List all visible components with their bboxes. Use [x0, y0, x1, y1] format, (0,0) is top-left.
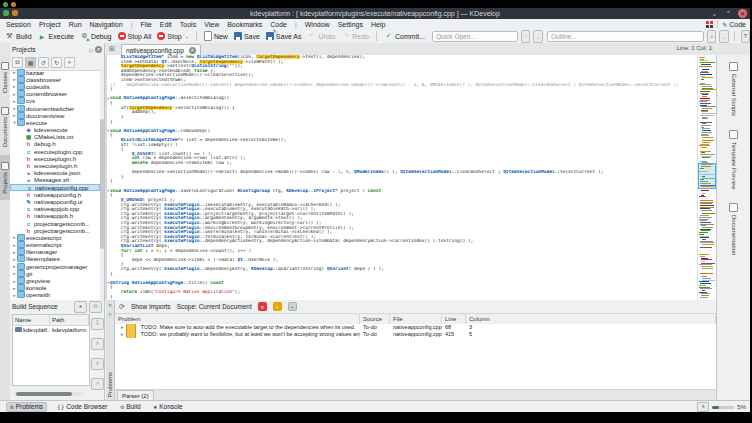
outline-input[interactable]: [547, 31, 704, 42]
build-sequence-settings-button[interactable]: ⚙: [89, 301, 102, 313]
prev-item-button[interactable]: ‹: [521, 30, 530, 43]
show-targets-icon[interactable]: ▦: [25, 57, 36, 68]
menu-settings[interactable]: Settings: [338, 21, 363, 28]
tree-item[interactable]: hexecuteplugin.h: [10, 155, 100, 162]
fold-arrow-icon[interactable]: ▾: [107, 189, 109, 193]
warning-filter-button[interactable]: ▪: [273, 302, 282, 311]
error-filter-button[interactable]: ✕: [258, 302, 267, 311]
close-tab-icon[interactable]: ✕: [189, 47, 196, 54]
menu-tools[interactable]: Tools: [180, 21, 196, 28]
menu-bookmarks[interactable]: Bookmarks: [227, 21, 262, 28]
tree-item[interactable]: hnativeappconfig.h: [10, 191, 100, 198]
move-up-button[interactable]: ∧: [91, 338, 104, 350]
statusbar-button-build[interactable]: ⚙Build: [118, 402, 144, 412]
right-dock-tab-template-preview[interactable]: Template Preview: [717, 123, 750, 196]
debug-button[interactable]: Debug: [78, 30, 114, 42]
minimap-viewport[interactable]: [698, 163, 716, 189]
save-as-button[interactable]: Save As: [264, 30, 304, 42]
right-dock-tab-external-scripts[interactable]: External Scripts: [717, 55, 750, 123]
tree-item[interactable]: hdebug.h: [10, 141, 100, 148]
fold-arrow-icon[interactable]: ▾: [107, 97, 109, 101]
save-button[interactable]: Save: [232, 30, 262, 42]
panel-float-icon[interactable]: ◇: [107, 311, 114, 318]
menu-file[interactable]: File: [140, 21, 151, 28]
menu-project[interactable]: Project: [39, 21, 61, 28]
tree-item[interactable]: ◈kdevexecute: [10, 127, 100, 134]
menu-edit[interactable]: Edit: [160, 21, 172, 28]
statusbar-button-code-browser[interactable]: {}Code Browser: [54, 402, 110, 412]
code-line[interactable]: }: [110, 295, 698, 300]
statusbar-button-konsole[interactable]: ▪Konsole: [151, 402, 186, 412]
move-down-button[interactable]: ∨: [91, 358, 104, 370]
tree-item[interactable]: hnativeappjob.h: [10, 213, 100, 220]
close-icon[interactable]: ✕: [738, 9, 747, 18]
dropdown-button[interactable]: ⌄: [719, 30, 728, 43]
remove-button[interactable]: ×: [91, 378, 104, 390]
scope-dropdown[interactable]: Scope: Current Document: [177, 303, 252, 310]
desktop-tray-icon[interactable]: [3, 2, 8, 7]
minimap-scrollbar[interactable]: [697, 55, 716, 300]
tree-item[interactable]: cexecuteplugin.cpp: [10, 148, 100, 155]
statusbar-button-problems[interactable]: ≡Problems: [6, 402, 47, 412]
stop-all-button[interactable]: Stop All: [116, 30, 154, 42]
move-top-button[interactable]: ⊼: [91, 318, 104, 330]
document-tab[interactable]: nativeappconfig.cpp ✕: [121, 44, 201, 55]
right-dock-tab-documentation[interactable]: Documentation: [717, 196, 750, 262]
jump-button[interactable]: ›: [707, 30, 716, 43]
menu-window[interactable]: Window: [305, 21, 330, 28]
tree-item[interactable]: cnativeappjob.cpp: [10, 206, 100, 213]
tree-item[interactable]: hiexecuteplugin.h: [10, 162, 100, 169]
show-imports-button[interactable]: Show Imports: [131, 303, 171, 310]
code-editor[interactable]: QListWidgetItem* item = new QListWidgetI…: [107, 55, 698, 300]
tree-item[interactable]: »kdevexecute.json: [10, 170, 100, 177]
menu-navigation[interactable]: Navigation: [90, 21, 123, 28]
problems-panel-tab[interactable]: Problems: [107, 372, 113, 397]
build-button[interactable]: Build: [3, 30, 34, 42]
tree-item[interactable]: »Messages.sh: [10, 177, 100, 184]
parser-tab[interactable]: Parser (2): [117, 390, 154, 400]
hscrollbar[interactable]: [14, 392, 84, 396]
hint-filter-button[interactable]: ▪: [288, 302, 297, 311]
menu-session[interactable]: Session: [6, 21, 31, 28]
panel-close-icon[interactable]: ✕: [107, 302, 114, 309]
menu-view[interactable]: View: [204, 21, 219, 28]
tree-item[interactable]: cprojecttargetscomb...: [10, 220, 100, 227]
float-panel-icon[interactable]: ◇: [88, 46, 93, 53]
tree-item[interactable]: ✎nativeappconfig.ui: [10, 198, 100, 205]
menu-help[interactable]: Help: [371, 21, 385, 28]
commit-button[interactable]: Commit...: [382, 30, 427, 42]
fold-arrow-icon[interactable]: ▾: [107, 281, 109, 285]
menu-run[interactable]: Run: [69, 21, 82, 28]
tree-item[interactable]: ▸openwith: [10, 292, 100, 299]
area-grid-icon[interactable]: [706, 21, 713, 28]
build-sequence-row[interactable]: kdevplatf...kdevplatform: [13, 326, 89, 335]
menu-code[interactable]: Code: [270, 21, 287, 28]
desktop-tray-icon[interactable]: [11, 2, 16, 7]
tree-scrollbar[interactable]: [100, 69, 104, 300]
problem-row[interactable]: ▸TODO: we probably want to flexibilize, …: [115, 331, 716, 338]
tree-item[interactable]: cnativeappconfig.cpp: [10, 184, 100, 191]
refresh-icon[interactable]: ⟳: [119, 303, 125, 311]
execute-button[interactable]: Execute: [36, 30, 76, 42]
help-button[interactable]: ?: [741, 30, 750, 43]
tree-item[interactable]: ▦CMakeLists.txt: [10, 134, 100, 141]
add-to-build-sequence-button[interactable]: +: [74, 301, 87, 313]
locate-icon[interactable]: ⌖: [64, 57, 75, 68]
redo-button[interactable]: Redo: [339, 30, 371, 42]
tree-item[interactable]: ▾execute: [10, 119, 100, 126]
problem-row[interactable]: ▸TODO: Make sure to auto-add the executa…: [115, 324, 716, 331]
expander-icon[interactable]: ▸: [118, 324, 124, 331]
next-item-button[interactable]: ⌄: [533, 30, 542, 43]
stop-button[interactable]: Stop⌄: [155, 30, 191, 42]
expander-icon[interactable]: ▸: [118, 331, 124, 338]
locate-document-icon[interactable]: ⧉: [12, 57, 23, 68]
reload-icon[interactable]: ↺: [38, 57, 49, 68]
expand-progress-button[interactable]: ∧: [697, 402, 709, 412]
new-button[interactable]: New: [202, 30, 230, 42]
quick-open-input[interactable]: [432, 31, 518, 42]
undo-button[interactable]: Undo: [306, 30, 338, 42]
code-line[interactable]: // dependencies->selectionModel()->selec…: [110, 83, 698, 88]
close-panel-icon[interactable]: ✕: [95, 46, 102, 53]
minimize-icon[interactable]: ⌄: [710, 9, 719, 18]
area-switcher-button[interactable]: ✎ Code: [722, 21, 746, 28]
